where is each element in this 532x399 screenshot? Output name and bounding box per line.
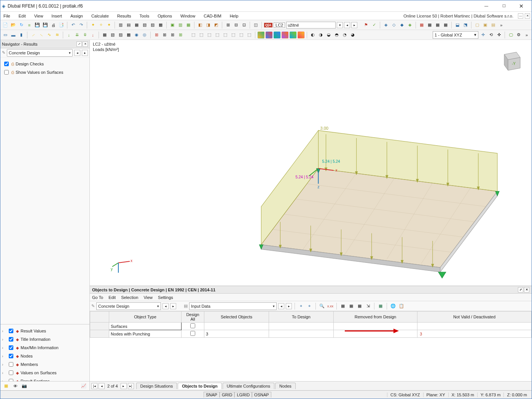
cell-selected[interactable]: 3 [204, 330, 269, 338]
col-notvalid[interactable]: Not Valid / Deactivated [417, 312, 532, 323]
minimize-button[interactable]: — [478, 0, 495, 12]
nav-checkbox[interactable] [9, 370, 13, 375]
btm-excel-icon[interactable]: ▦ [377, 303, 384, 310]
btm-xxx-icon[interactable]: x.xx [327, 303, 334, 310]
menu-file[interactable]: File [2, 13, 12, 19]
box-b-icon[interactable]: ▣ [482, 22, 489, 29]
res-c-icon[interactable]: ⬚ [206, 32, 213, 38]
menu-edit[interactable]: Edit [17, 13, 27, 19]
sel-b-icon[interactable]: ▬ [10, 32, 17, 38]
cube-a-icon[interactable]: ▦ [418, 22, 425, 29]
coord-system-dropdown[interactable]: 1 - Global XYZ ▾ [433, 31, 478, 39]
iso-b-icon[interactable]: ◇ [390, 22, 397, 29]
snap-b-icon[interactable]: ⊟ [233, 22, 239, 29]
cell-notvalid[interactable] [417, 323, 532, 330]
nav-checkbox[interactable] [4, 62, 9, 66]
mesh-b-icon[interactable]: ⊞ [161, 32, 168, 38]
iso-d-icon[interactable]: ◈ [406, 22, 413, 29]
model-a-icon[interactable]: ◧ [197, 22, 204, 29]
cell-objtype[interactable]: Nodes with Punching [109, 330, 182, 338]
res-d-icon[interactable]: ⬚ [214, 32, 221, 38]
col-designall[interactable]: DesignAll [182, 312, 204, 323]
design-all-checkbox[interactable] [190, 331, 195, 336]
status-osnap-button[interactable]: OSNAP [252, 392, 271, 397]
nav-item-result-sections[interactable]: ◆Result Sections [2, 377, 88, 381]
overflow2-icon[interactable]: » [523, 32, 530, 38]
misc-f-icon[interactable]: ◕ [349, 32, 356, 38]
nav-next-icon[interactable]: ▸ [82, 50, 88, 56]
grp-d-icon[interactable]: ▩ [125, 32, 132, 38]
btm-close-icon[interactable]: ✕ [524, 287, 529, 292]
undo-icon[interactable]: ↶ [70, 22, 76, 29]
btm-sel-a-icon[interactable]: ⌖ [298, 303, 304, 310]
tag-b-icon[interactable]: ⬔ [462, 22, 469, 29]
nav-checkbox[interactable] [9, 345, 13, 350]
calc-c-icon[interactable]: ▦ [185, 22, 192, 29]
lc-next-icon[interactable]: ▸ [351, 22, 357, 28]
navigator-combo[interactable]: Concrete Design ▾ [7, 49, 73, 57]
pager-last-icon[interactable]: ▸| [128, 383, 134, 389]
overflow-icon[interactable]: » [498, 22, 505, 29]
mesh-a-icon[interactable]: ⊞ [153, 32, 160, 38]
col-selected[interactable]: Selected Objects [204, 312, 269, 323]
panel-close-icon[interactable]: ✕ [83, 41, 88, 47]
btm-tbl-a-icon[interactable]: ▦ [339, 303, 346, 310]
iso-c-icon[interactable]: ◆ [398, 22, 405, 29]
nav-checkbox[interactable] [9, 362, 13, 367]
model-b-icon[interactable]: ◨ [205, 22, 212, 29]
nav-item-title-information[interactable]: ◆Title Information [2, 335, 88, 343]
tag-a-icon[interactable]: ⬓ [454, 22, 461, 29]
menu-assign[interactable]: Assign [69, 13, 84, 19]
cell-todesign[interactable] [269, 323, 334, 330]
box-c-icon[interactable]: ▤ [490, 22, 497, 29]
nav-foot-results-icon[interactable]: 📈 [80, 383, 87, 389]
view-a-icon[interactable]: ✦ [89, 22, 96, 29]
menu-help[interactable]: Help [228, 13, 240, 19]
btm-clip-icon[interactable]: 📋 [398, 303, 405, 310]
btm-c2-prev-icon[interactable]: ◂ [278, 303, 284, 309]
table-row[interactable]: Surfaces [90, 323, 532, 330]
draw-a-icon[interactable]: ⟋ [30, 32, 37, 38]
res-f-icon[interactable]: ⬚ [230, 32, 237, 38]
sel-a-icon[interactable]: ▭ [2, 32, 9, 38]
btm-tab-objects-to-design[interactable]: Objects to Design [178, 383, 222, 389]
btm-globe-icon[interactable]: 🌐 [390, 303, 397, 310]
col-todesign[interactable]: To Design [269, 312, 334, 323]
status-snap-button[interactable]: SNAP [204, 392, 220, 397]
mesh-d-icon[interactable]: ⊞ [177, 32, 184, 38]
lc-prev-icon[interactable]: ◂ [344, 22, 350, 28]
grp-e-icon[interactable]: ◉ [133, 32, 140, 38]
redo-icon[interactable]: ↷ [78, 22, 84, 29]
calc-b-icon[interactable]: ▥ [177, 22, 184, 29]
btm-combo-input[interactable]: Input Data ▾ [189, 302, 277, 310]
nav-item-show-values-on-surfaces[interactable]: ⎙Show Values on Surfaces [3, 68, 88, 76]
btm-pin-icon[interactable]: ⤢ [518, 287, 523, 292]
model-viewport[interactable]: LC2 - užitné Loads [kN/m²] [90, 40, 532, 286]
menu-window[interactable]: Window [179, 13, 197, 19]
btm-menu-selection[interactable]: Selection [121, 295, 138, 300]
calc-a-icon[interactable]: ▣ [169, 22, 176, 29]
navigation-cube[interactable]: -Y [497, 47, 524, 74]
nav-foot-a-icon[interactable]: ▦ [3, 383, 10, 389]
cell-removed[interactable] [334, 330, 417, 338]
pager-prev-icon[interactable]: ◂ [99, 383, 105, 389]
lc-dropdown-icon[interactable]: ▾ [337, 22, 343, 28]
monitor-icon[interactable]: 🖵 [507, 32, 514, 38]
col-objtype[interactable]: Object Type [109, 312, 182, 323]
status-grid-button[interactable]: GRID [220, 392, 235, 397]
res-h-icon[interactable]: ⬚ [246, 32, 253, 38]
gear-icon[interactable]: ⚙ [515, 32, 522, 38]
btm-menu-edit[interactable]: Edit [108, 295, 116, 300]
window-a-icon[interactable]: ▥ [117, 22, 124, 29]
btm-c1-next-icon[interactable]: ▸ [170, 303, 176, 309]
grp-f-icon[interactable]: ◎ [141, 32, 148, 38]
grp-a-icon[interactable]: ▦ [101, 32, 108, 38]
btm-exp-icon[interactable]: ⇲ [365, 303, 371, 310]
cell-notvalid[interactable]: 3 [417, 330, 532, 338]
batch-icon[interactable]: ≡ [26, 22, 33, 29]
print-icon[interactable]: 🖨 [50, 22, 57, 29]
res-b-icon[interactable]: ⬚ [198, 32, 205, 38]
menu-results[interactable]: Results [116, 13, 133, 19]
panel-pin-icon[interactable]: ⤢ [76, 41, 82, 47]
reload-icon[interactable]: ↻ [18, 22, 25, 29]
